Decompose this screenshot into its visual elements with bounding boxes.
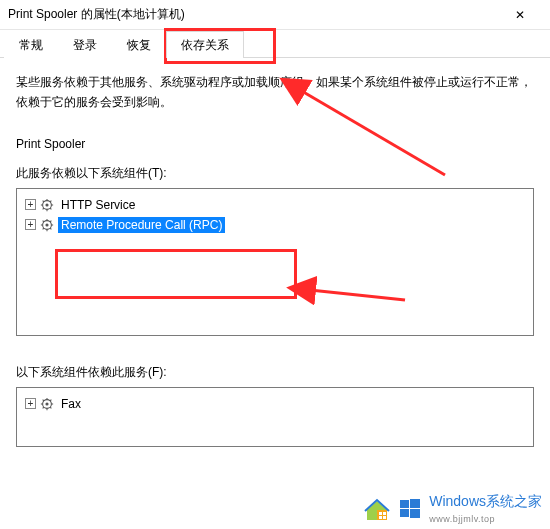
watermark: Windows系统之家 www.bjjmlv.top (0, 489, 550, 529)
dependencies-pane: 某些服务依赖于其他服务、系统驱动程序或加载顺序组。如果某个系统组件被停止或运行不… (0, 58, 550, 447)
tree-node-label-selected: Remote Procedure Call (RPC) (58, 217, 225, 233)
svg-line-6 (43, 200, 44, 201)
tab-recovery[interactable]: 恢复 (112, 31, 166, 58)
svg-rect-38 (410, 499, 420, 508)
svg-line-16 (43, 220, 44, 221)
tab-strip: 常规 登录 恢复 依存关系 (0, 30, 550, 58)
title-bar: Print Spooler 的属性(本地计算机) ✕ (0, 0, 550, 30)
expander-icon[interactable]: + (25, 199, 36, 210)
dependents-label: 以下系统组件依赖此服务(F): (16, 364, 534, 381)
svg-point-21 (45, 402, 48, 405)
svg-rect-34 (383, 512, 386, 515)
svg-line-18 (50, 220, 51, 221)
svg-line-28 (50, 399, 51, 400)
tree-node-fax[interactable]: + Fax (23, 394, 527, 414)
watermark-brand-cn: 系统之家 (486, 493, 542, 509)
svg-rect-35 (379, 516, 382, 519)
tab-logon[interactable]: 登录 (58, 31, 112, 58)
tree-node-rpc[interactable]: + Remote Procedure Call (RPC) (23, 215, 527, 235)
close-button[interactable]: ✕ (500, 8, 540, 22)
depends-on-label: 此服务依赖以下系统组件(T): (16, 165, 534, 182)
svg-line-9 (43, 208, 44, 209)
tab-dependencies[interactable]: 依存关系 (166, 31, 244, 58)
svg-rect-36 (383, 516, 386, 519)
watermark-brand-en: Windows (429, 493, 486, 509)
depends-on-tree[interactable]: + HTTP Service + Remote Procedure Call (… (16, 188, 534, 336)
gear-icon (40, 198, 54, 212)
svg-line-29 (43, 407, 44, 408)
tree-node-label: HTTP Service (58, 197, 138, 213)
expander-icon[interactable]: + (25, 219, 36, 230)
svg-point-11 (45, 223, 48, 226)
dependents-tree[interactable]: + Fax (16, 387, 534, 447)
svg-line-17 (50, 228, 51, 229)
service-name: Print Spooler (16, 137, 534, 151)
watermark-text: Windows系统之家 www.bjjmlv.top (429, 493, 542, 525)
svg-line-19 (43, 228, 44, 229)
svg-line-8 (50, 200, 51, 201)
gear-icon (40, 397, 54, 411)
watermark-url: www.bjjmlv.top (429, 514, 495, 524)
tab-general[interactable]: 常规 (4, 31, 58, 58)
svg-rect-39 (400, 509, 409, 517)
svg-rect-37 (400, 500, 409, 508)
window-title: Print Spooler 的属性(本地计算机) (8, 6, 185, 23)
gear-icon (40, 218, 54, 232)
house-icon (363, 496, 391, 522)
tree-node-http-service[interactable]: + HTTP Service (23, 195, 527, 215)
svg-line-7 (50, 208, 51, 209)
svg-point-1 (45, 203, 48, 206)
svg-line-26 (43, 399, 44, 400)
svg-rect-33 (379, 512, 382, 515)
expander-icon[interactable]: + (25, 398, 36, 409)
windows-logo-icon (399, 498, 421, 520)
tree-node-label: Fax (58, 396, 84, 412)
svg-line-27 (50, 407, 51, 408)
svg-rect-40 (410, 509, 420, 518)
description-text: 某些服务依赖于其他服务、系统驱动程序或加载顺序组。如果某个系统组件被停止或运行不… (16, 72, 534, 113)
